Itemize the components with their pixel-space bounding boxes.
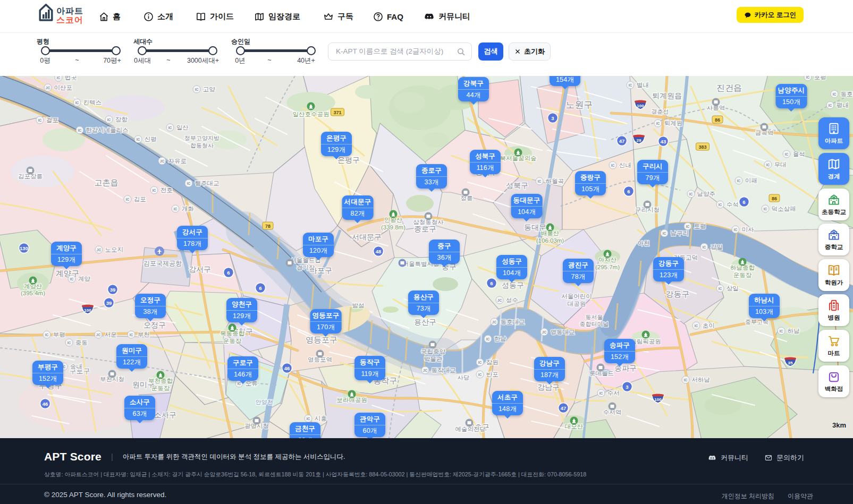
svg-text:35: 35 bbox=[788, 361, 793, 365]
svg-text:39: 39 bbox=[110, 287, 116, 293]
svg-text:성북구: 성북구 bbox=[506, 181, 528, 190]
svg-text:김포: 김포 bbox=[134, 196, 146, 202]
svg-text:JC: JC bbox=[46, 86, 50, 90]
svg-text:서울어린이: 서울어린이 bbox=[561, 293, 592, 300]
svg-text:IC: IC bbox=[538, 180, 542, 183]
svg-text:소사구: 소사구 bbox=[154, 411, 176, 419]
svg-text:46: 46 bbox=[43, 401, 48, 407]
svg-text:강일: 강일 bbox=[711, 244, 723, 250]
svg-text:성수: 성수 bbox=[506, 297, 518, 303]
svg-text:동작대교: 동작대교 bbox=[431, 367, 455, 373]
svg-text:IC: IC bbox=[486, 337, 490, 341]
svg-text:IC: IC bbox=[719, 287, 722, 291]
svg-text:행주대교: 행주대교 bbox=[195, 180, 219, 186]
svg-text:아천: 아천 bbox=[638, 240, 650, 246]
svg-text:계양: 계양 bbox=[78, 276, 91, 282]
svg-text:47: 47 bbox=[561, 405, 567, 411]
svg-text:IC: IC bbox=[806, 76, 810, 79]
svg-text:IC: IC bbox=[45, 333, 49, 337]
svg-text:IC: IC bbox=[785, 152, 789, 156]
svg-text:383: 383 bbox=[698, 144, 706, 150]
svg-text:초이: 초이 bbox=[703, 322, 715, 329]
svg-text:일산: 일산 bbox=[176, 124, 189, 131]
svg-text:IC: IC bbox=[764, 207, 767, 211]
svg-text:한강시네폴리스: 한강시네폴리스 bbox=[86, 127, 129, 133]
svg-text:IC: IC bbox=[174, 207, 178, 211]
svg-text:무대: 무대 bbox=[774, 161, 787, 168]
svg-text:밤섬: 밤섬 bbox=[352, 302, 365, 309]
svg-text:신평: 신평 bbox=[145, 136, 157, 142]
svg-text:IC: IC bbox=[307, 417, 310, 421]
svg-text:하남: 하남 bbox=[788, 328, 800, 334]
svg-text:영동대교: 영동대교 bbox=[550, 329, 575, 335]
svg-text:대공원: 대공원 bbox=[568, 301, 586, 307]
svg-text:IC: IC bbox=[737, 179, 741, 183]
svg-text:IC: IC bbox=[478, 373, 482, 377]
svg-text:IC: IC bbox=[766, 163, 770, 167]
svg-text:오류: 오류 bbox=[246, 380, 258, 387]
svg-text:자유로: 자유로 bbox=[168, 158, 187, 164]
svg-text:371: 371 bbox=[333, 110, 341, 115]
svg-text:신내: 신내 bbox=[619, 162, 631, 168]
svg-text:노원구: 노원구 bbox=[566, 100, 593, 110]
svg-text:6: 6 bbox=[227, 270, 230, 276]
svg-text:강동구: 강동구 bbox=[666, 289, 690, 298]
svg-text:별내: 별내 bbox=[637, 82, 649, 88]
svg-text:부평: 부평 bbox=[53, 331, 65, 338]
svg-text:일산호수공원: 일산호수공원 bbox=[293, 111, 330, 117]
svg-text:6: 6 bbox=[742, 199, 745, 205]
svg-text:경춘선: 경춘선 bbox=[652, 108, 669, 115]
svg-text:IC: IC bbox=[684, 378, 688, 382]
svg-text:(339.8m): (339.8m) bbox=[381, 224, 406, 230]
svg-text:100: 100 bbox=[654, 397, 662, 402]
svg-text:강서구: 강서구 bbox=[189, 265, 211, 274]
svg-text:43: 43 bbox=[661, 139, 666, 144]
svg-text:호평: 호평 bbox=[814, 76, 826, 80]
svg-text:반포: 반포 bbox=[486, 371, 499, 378]
svg-text:47: 47 bbox=[619, 138, 625, 144]
svg-text:IC: IC bbox=[829, 104, 832, 107]
svg-text:하월곡: 하월곡 bbox=[546, 178, 564, 184]
svg-text:IC: IC bbox=[195, 88, 199, 91]
svg-text:IC: IC bbox=[689, 192, 693, 196]
svg-text:미사: 미사 bbox=[742, 226, 754, 233]
svg-text:JC: JC bbox=[96, 333, 101, 337]
svg-text:박물관: 박물관 bbox=[424, 356, 443, 362]
svg-text:IC: IC bbox=[695, 324, 698, 328]
svg-text:JC: JC bbox=[542, 330, 547, 334]
svg-text:29: 29 bbox=[637, 138, 641, 143]
svg-text:종합터미널: 종합터미널 bbox=[580, 321, 609, 327]
svg-text:6: 6 bbox=[627, 189, 630, 194]
svg-text:JC: JC bbox=[497, 298, 502, 302]
svg-text:김포국제공항: 김포국제공항 bbox=[143, 260, 182, 267]
svg-text:덕소삼패: 덕소삼패 bbox=[771, 206, 796, 212]
svg-text:IC: IC bbox=[126, 198, 130, 201]
svg-text:IC: IC bbox=[187, 182, 191, 185]
svg-text:IC: IC bbox=[153, 189, 156, 192]
svg-text:IC: IC bbox=[703, 245, 706, 249]
svg-text:예술의전당: 예술의전당 bbox=[455, 426, 486, 432]
svg-text:국립중앙: 국립중앙 bbox=[421, 348, 446, 355]
svg-text:사당: 사당 bbox=[458, 374, 470, 381]
svg-text:시흥: 시흥 bbox=[315, 415, 327, 422]
svg-text:IC: IC bbox=[719, 203, 722, 207]
svg-text:개화: 개화 bbox=[182, 206, 195, 212]
svg-text:합동청사: 합동청사 bbox=[190, 142, 214, 149]
svg-text:IC: IC bbox=[478, 361, 482, 364]
svg-text:JC: JC bbox=[160, 159, 165, 163]
svg-text:48: 48 bbox=[376, 249, 382, 254]
svg-text:동서울: 동서울 bbox=[586, 314, 603, 320]
svg-text:퇴계원: 퇴계원 bbox=[664, 120, 683, 126]
svg-text:송내: 송내 bbox=[70, 363, 82, 370]
svg-text:IC: IC bbox=[734, 228, 738, 232]
svg-text:IC: IC bbox=[130, 333, 133, 337]
svg-text:IC: IC bbox=[629, 83, 632, 87]
svg-text:토평: 토평 bbox=[694, 223, 706, 229]
svg-text:서대문구: 서대문구 bbox=[352, 233, 382, 241]
svg-text:퇴계원읍: 퇴계원읍 bbox=[652, 91, 682, 100]
svg-text:130: 130 bbox=[20, 245, 28, 251]
svg-text:동호대교: 동호대교 bbox=[500, 319, 525, 325]
svg-text:오정구: 오정구 bbox=[143, 321, 166, 329]
svg-text:3: 3 bbox=[626, 384, 628, 390]
svg-text:39: 39 bbox=[106, 300, 112, 306]
